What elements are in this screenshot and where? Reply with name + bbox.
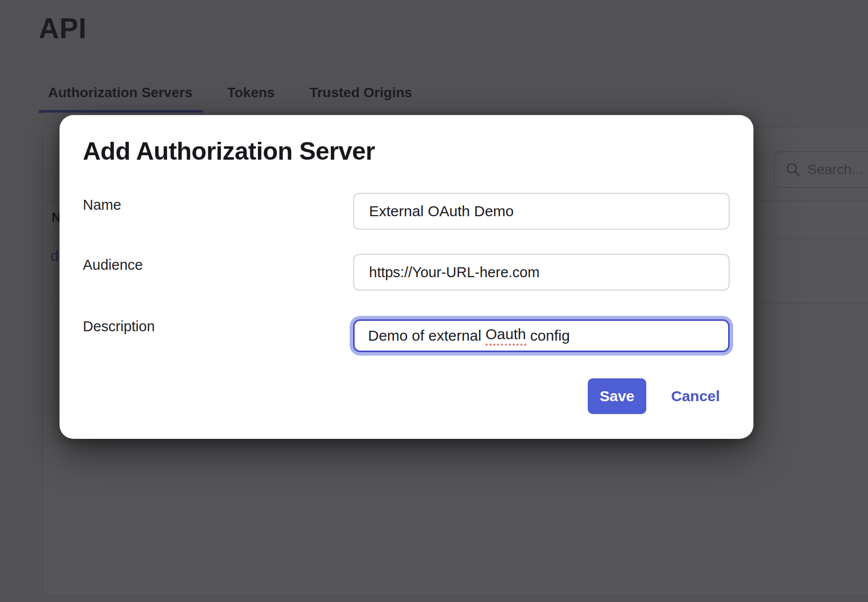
audience-label: Audience	[83, 257, 143, 273]
description-misspelled-word: Oauth	[486, 326, 526, 346]
name-label: Name	[83, 197, 121, 213]
audience-input[interactable]	[353, 254, 730, 291]
description-input[interactable]: Demo of external Oauth config	[353, 319, 730, 352]
description-text-after: config	[526, 327, 570, 344]
save-button[interactable]: Save	[588, 378, 646, 414]
description-label: Description	[83, 318, 155, 335]
description-text-before: Demo of external	[368, 327, 486, 344]
add-authorization-server-modal: Add Authorization Server Name Audience D…	[60, 115, 753, 439]
modal-title: Add Authorization Server	[83, 137, 375, 166]
screen: API Authorization Servers Tokens Trusted…	[0, 0, 868, 602]
name-input[interactable]	[353, 193, 730, 230]
cancel-button[interactable]: Cancel	[671, 378, 720, 414]
